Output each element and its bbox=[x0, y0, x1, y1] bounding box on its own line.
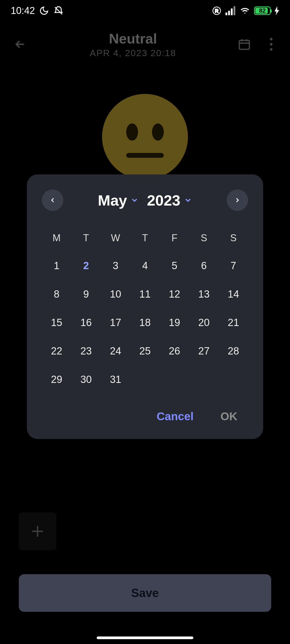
mute-icon bbox=[53, 5, 64, 16]
calendar-day[interactable]: 10 bbox=[101, 288, 130, 301]
prev-month-button[interactable] bbox=[42, 189, 63, 211]
svg-point-7 bbox=[270, 38, 273, 41]
calendar-day[interactable]: 24 bbox=[101, 345, 130, 357]
year-label: 2023 bbox=[147, 192, 180, 209]
registered-icon: R bbox=[212, 6, 221, 15]
mood-face bbox=[0, 94, 290, 180]
calendar-day[interactable]: 25 bbox=[130, 345, 160, 357]
page-subtitle: APR 4, 2023 20:18 bbox=[30, 48, 236, 58]
svg-point-9 bbox=[270, 48, 273, 51]
cancel-button[interactable]: Cancel bbox=[157, 410, 194, 423]
day-of-week-header: W bbox=[101, 232, 130, 244]
chevron-down-icon bbox=[130, 196, 139, 204]
calendar-day bbox=[160, 373, 189, 386]
calendar-day[interactable]: 4 bbox=[130, 259, 160, 272]
svg-point-8 bbox=[270, 43, 273, 46]
charging-icon bbox=[274, 6, 279, 15]
add-button[interactable] bbox=[19, 513, 56, 550]
calendar-day[interactable]: 14 bbox=[219, 288, 248, 301]
date-picker-dialog: May 2023 MTWTFSS123456789101112131415161… bbox=[27, 174, 263, 439]
calendar-day[interactable]: 1 bbox=[42, 259, 71, 272]
day-of-week-header: M bbox=[42, 232, 71, 244]
calendar-day[interactable]: 28 bbox=[219, 345, 248, 357]
calendar-button[interactable] bbox=[236, 36, 252, 52]
svg-rect-2 bbox=[226, 13, 227, 15]
day-of-week-header: S bbox=[189, 232, 219, 244]
page-title: Neutral bbox=[30, 31, 236, 47]
more-button[interactable] bbox=[263, 36, 279, 52]
calendar-day bbox=[189, 373, 219, 386]
battery-indicator: 82 bbox=[254, 6, 271, 15]
month-label: May bbox=[98, 192, 127, 209]
calendar-day[interactable]: 20 bbox=[189, 316, 219, 329]
calendar-day[interactable]: 3 bbox=[101, 259, 130, 272]
calendar-day[interactable]: 6 bbox=[189, 259, 219, 272]
calendar-day[interactable]: 30 bbox=[71, 373, 101, 386]
svg-rect-5 bbox=[234, 6, 235, 15]
day-of-week-header: F bbox=[160, 232, 189, 244]
calendar-day[interactable]: 18 bbox=[130, 316, 160, 329]
calendar-day[interactable]: 29 bbox=[42, 373, 71, 386]
back-button[interactable] bbox=[11, 35, 30, 54]
calendar-day[interactable]: 22 bbox=[42, 345, 71, 357]
day-of-week-header: S bbox=[219, 232, 248, 244]
wifi-icon bbox=[240, 6, 250, 15]
calendar-grid: MTWTFSS123456789101112131415161718192021… bbox=[42, 232, 248, 386]
moon-icon bbox=[39, 6, 49, 16]
calendar-day[interactable]: 16 bbox=[71, 316, 101, 329]
svg-rect-4 bbox=[231, 9, 233, 15]
calendar-day[interactable]: 17 bbox=[101, 316, 130, 329]
calendar-day[interactable]: 9 bbox=[71, 288, 101, 301]
signal-icon bbox=[225, 6, 236, 15]
ok-button[interactable]: OK bbox=[220, 410, 237, 423]
app-header: Neutral APR 4, 2023 20:18 bbox=[0, 24, 290, 64]
year-selector[interactable]: 2023 bbox=[147, 192, 192, 209]
svg-text:R: R bbox=[215, 8, 218, 14]
calendar-day[interactable]: 11 bbox=[130, 288, 160, 301]
calendar-day[interactable]: 19 bbox=[160, 316, 189, 329]
calendar-day[interactable]: 12 bbox=[160, 288, 189, 301]
calendar-day[interactable]: 23 bbox=[71, 345, 101, 357]
calendar-day bbox=[130, 373, 160, 386]
save-button[interactable]: Save bbox=[19, 574, 271, 612]
calendar-day bbox=[219, 373, 248, 386]
calendar-day[interactable]: 8 bbox=[42, 288, 71, 301]
svg-rect-3 bbox=[228, 11, 230, 15]
month-selector[interactable]: May bbox=[98, 192, 139, 209]
day-of-week-header: T bbox=[71, 232, 101, 244]
calendar-day[interactable]: 15 bbox=[42, 316, 71, 329]
calendar-day[interactable]: 5 bbox=[160, 259, 189, 272]
status-time: 10:42 bbox=[11, 5, 35, 16]
calendar-day[interactable]: 27 bbox=[189, 345, 219, 357]
home-indicator[interactable] bbox=[97, 636, 193, 639]
svg-rect-6 bbox=[239, 40, 249, 49]
next-month-button[interactable] bbox=[227, 189, 248, 211]
calendar-day[interactable]: 21 bbox=[219, 316, 248, 329]
day-of-week-header: T bbox=[130, 232, 160, 244]
calendar-day[interactable]: 26 bbox=[160, 345, 189, 357]
calendar-day[interactable]: 13 bbox=[189, 288, 219, 301]
calendar-day[interactable]: 31 bbox=[101, 373, 130, 386]
status-bar: 10:42 R 82 bbox=[0, 0, 290, 21]
calendar-day[interactable]: 2 bbox=[71, 259, 101, 272]
calendar-day[interactable]: 7 bbox=[219, 259, 248, 272]
chevron-down-icon bbox=[184, 196, 192, 204]
